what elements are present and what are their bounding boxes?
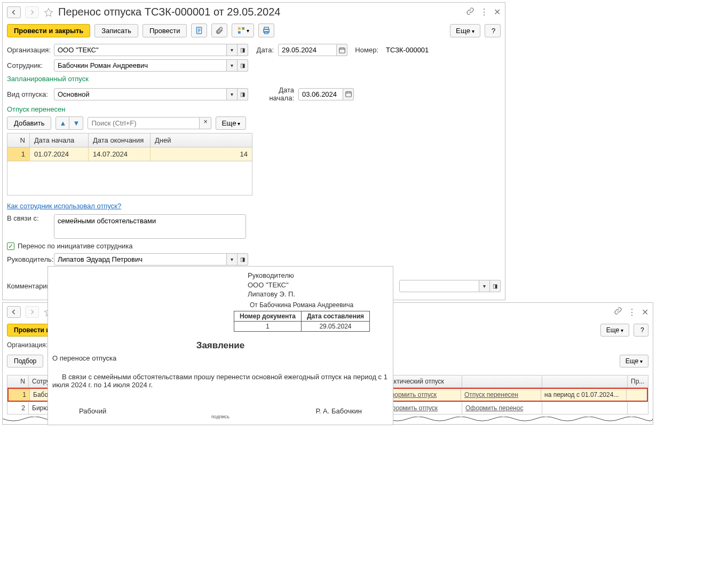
manager-dropdown-icon[interactable]: ▾ <box>227 253 238 265</box>
manager-label: Руководитель: <box>7 255 50 263</box>
org-input[interactable] <box>54 44 227 56</box>
manager-input[interactable] <box>54 253 227 265</box>
type-dropdown-icon[interactable]: ▾ <box>227 88 238 100</box>
reason-label: В связи с: <box>7 214 50 222</box>
manager-open-icon[interactable]: ◨ <box>238 253 248 265</box>
reason-textarea[interactable]: семейными обстоятельствами <box>54 214 246 239</box>
svg-rect-1 <box>238 27 241 30</box>
col-start: Дата начала <box>30 134 89 147</box>
app-subject: О переносе отпуска <box>52 354 389 362</box>
more-rows-button[interactable]: Еще <box>620 355 648 367</box>
number-label: Номер: <box>352 46 378 54</box>
app-to-2: ООО "ТЕКС" <box>248 280 389 290</box>
svg-rect-3 <box>238 31 241 34</box>
start-date-input[interactable] <box>298 88 343 100</box>
org-label: Организация: <box>7 341 50 349</box>
clear-search-icon[interactable]: × <box>200 117 211 129</box>
app-caption: Заявление <box>52 340 389 351</box>
initiative-label: Перенос по инициативе сотрудника <box>18 242 133 250</box>
col-fact: Фактический отпуск <box>382 376 462 387</box>
post-button[interactable]: Провести <box>143 24 187 37</box>
link-icon[interactable] <box>466 7 474 18</box>
comment-extra-input[interactable] <box>399 280 479 292</box>
structure-icon-button[interactable] <box>232 24 254 37</box>
col-n: N <box>7 376 29 387</box>
comment-extra-dropdown-icon[interactable]: ▾ <box>479 280 490 292</box>
org-open-icon[interactable]: ◨ <box>238 44 248 56</box>
employee-open-icon[interactable]: ◨ <box>238 59 248 72</box>
close-icon[interactable]: ✕ <box>494 7 501 17</box>
col-n: N <box>7 134 30 147</box>
report-icon-button[interactable] <box>191 24 207 37</box>
close-icon[interactable]: ✕ <box>642 307 648 317</box>
moved-rows-grid[interactable]: N Дата начала Дата окончания Дней 1 01.0… <box>7 133 252 196</box>
number-value <box>383 44 441 56</box>
more-rows-button[interactable]: Еще <box>216 116 246 130</box>
help-button[interactable]: ? <box>634 324 648 337</box>
kebab-menu-icon[interactable]: ⋮ <box>628 307 636 317</box>
org-dropdown-icon[interactable]: ▾ <box>227 44 238 56</box>
app-body: В связи с семейными обстоятельствами про… <box>52 373 389 389</box>
type-open-icon[interactable]: ◨ <box>238 88 248 100</box>
employee-label: Сотрудник: <box>7 61 50 69</box>
cell-n: 1 <box>7 147 30 161</box>
usage-link[interactable]: Как сотрудник использовал отпуск? <box>7 202 121 210</box>
employee-dropdown-icon[interactable]: ▾ <box>227 59 238 72</box>
add-row-button[interactable]: Добавить <box>7 116 51 130</box>
link-icon[interactable] <box>614 307 622 317</box>
svg-rect-8 <box>345 92 351 97</box>
type-input[interactable] <box>54 88 227 100</box>
vacation-moved-link[interactable]: Отпуск перенесен <box>464 391 518 398</box>
calendar-icon[interactable] <box>337 44 347 56</box>
move-up-button[interactable]: ▲ <box>56 116 69 130</box>
more-menu-button[interactable]: Еще <box>600 324 629 337</box>
col-days: Дней <box>151 134 252 147</box>
nav-back-button[interactable] <box>7 306 21 318</box>
initiative-checkbox[interactable] <box>7 243 14 250</box>
app-doc-table: Номер документаДата составления 129.05.2… <box>234 311 370 332</box>
window-title: Перенос отпуска ТСЗК-000001 от 29.05.202… <box>58 6 280 18</box>
nav-forward-button[interactable] <box>25 6 39 18</box>
date-label: Дата: <box>252 46 274 54</box>
app-to-1: Руководителю <box>248 271 389 280</box>
comment-extra-open-icon[interactable]: ◨ <box>490 280 501 292</box>
cell-start: 01.07.2024 <box>30 147 89 161</box>
attachment-icon-button[interactable] <box>211 24 227 37</box>
nav-back-button[interactable] <box>7 6 21 18</box>
org-label: Организация: <box>7 46 50 54</box>
app-to-3: Липатову Э. П. <box>248 290 389 299</box>
employee-input[interactable] <box>54 59 227 72</box>
post-and-close-button[interactable]: Провести и закрыть <box>7 24 90 37</box>
search-input[interactable] <box>88 117 200 129</box>
date-input[interactable] <box>278 44 337 56</box>
svg-rect-7 <box>339 48 345 52</box>
cell-days: 14 <box>151 147 252 161</box>
grid-row[interactable]: 1 01.07.2024 14.07.2024 14 <box>7 147 252 161</box>
col-end: Дата окончания <box>89 134 151 147</box>
save-button[interactable]: Записать <box>94 24 138 37</box>
comment-label: Комментарий <box>7 282 50 290</box>
application-preview: Руководителю ООО "ТЕКС" Липатову Э. П. О… <box>48 266 393 425</box>
pick-button[interactable]: Подбор <box>7 355 43 367</box>
planned-section-title: Запланированный отпуск <box>7 75 501 83</box>
kebab-menu-icon[interactable]: ⋮ <box>480 7 488 17</box>
app-from: От Бабочкина Романа Андреевича <box>250 301 389 309</box>
move-down-button[interactable]: ▼ <box>69 116 83 130</box>
help-button[interactable]: ? <box>485 24 501 37</box>
start-date-label: Дата начала: <box>252 86 294 102</box>
favorite-star-icon[interactable] <box>43 7 54 18</box>
app-sig-right: Р. А. Бабочкин <box>316 407 362 415</box>
more-menu-button[interactable]: Еще <box>450 24 480 37</box>
moved-section-title: Отпуск перенесен <box>7 105 501 113</box>
create-move-link[interactable]: Оформить перенос <box>465 404 523 412</box>
app-sig-left: Рабочий <box>79 407 106 415</box>
calendar-icon[interactable] <box>343 88 354 100</box>
type-label: Вид отпуска: <box>7 90 50 98</box>
nav-forward-button[interactable] <box>25 306 39 318</box>
print-icon-button[interactable] <box>258 24 274 37</box>
col-pr: Пр... <box>628 376 648 387</box>
cell-end: 14.07.2024 <box>89 147 151 161</box>
svg-rect-2 <box>242 27 244 30</box>
